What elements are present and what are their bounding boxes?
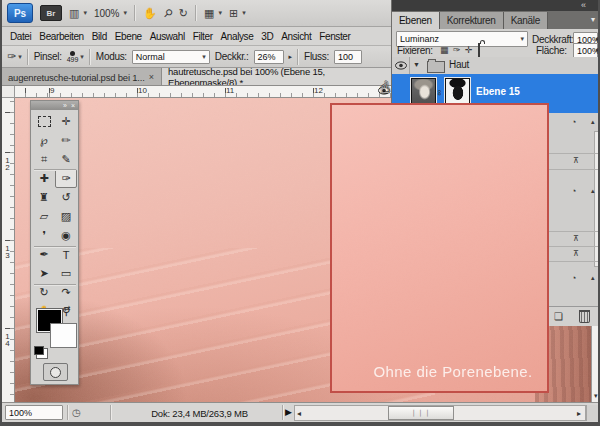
new-layer-icon[interactable]: ❏ — [554, 311, 563, 322]
menu-datei[interactable]: Datei — [10, 31, 31, 42]
brush-size-value: 499 — [67, 56, 79, 63]
chevron-down-icon[interactable]: ▾ — [242, 9, 246, 17]
brush-preset-preview[interactable]: 499 — [67, 51, 79, 63]
quick-selection-tool[interactable]: ✏ — [55, 131, 77, 150]
menu-ebene[interactable]: Ebene — [115, 31, 142, 42]
menu-analyse[interactable]: Analyse — [221, 31, 254, 42]
spinner-icon[interactable]: ▸ — [596, 46, 600, 54]
history-brush-tool[interactable]: ↺ — [55, 188, 77, 207]
document-tab-hautretusche[interactable]: hautretusche.psd bei 100% (Ebene 15, Ebe… — [162, 68, 391, 86]
dodge-tool[interactable]: ◉ — [55, 226, 77, 245]
brush-tool-selected[interactable]: ✑ — [55, 169, 77, 188]
tab-title: hautretusche.psd bei 100% (Ebene 15, Ebe… — [168, 68, 385, 86]
collapse-icon[interactable]: » — [63, 102, 67, 109]
crop-tool[interactable]: ⌗ — [33, 150, 55, 169]
blend-mode-label: Modus: — [96, 51, 127, 62]
lasso-tool[interactable]: ℘ — [33, 131, 55, 150]
layer-name[interactable]: Ebene 15 — [476, 86, 520, 97]
lock-transparency-icon[interactable]: ▦ — [440, 45, 449, 55]
menu-3d[interactable]: 3D — [261, 31, 273, 42]
flaeche-input[interactable]: 100% — [573, 43, 598, 58]
sync-status-icon: ◷ — [72, 407, 81, 418]
zoom-level-value: 100% — [9, 408, 32, 418]
document-tab-augenretusche[interactable]: augenretusche-tutorial.psd bei 1... × — [2, 68, 162, 86]
scroll-down-icon[interactable]: ▾ — [594, 392, 598, 400]
photoshop-window: 9 10 11 12 12 13 14 Ps Br ▥ ▾ 100% ▾ ✋ ⚲… — [0, 0, 600, 426]
tool-grid: ✛ ℘ ✏ ⌗ ✎ ✚ ✑ ♜ ↺ ▱ ▨ ❜ ◉ ✒ T ➤ ▭ ↻ ↷ ✋ … — [33, 112, 77, 321]
tab-kanaele[interactable]: Kanäle — [504, 12, 548, 29]
collapse-effects-icon[interactable]: ▴ — [591, 187, 595, 195]
layer-group-row-haut[interactable]: ▼ Haut — [392, 57, 600, 74]
move-tool[interactable]: ✛ — [55, 112, 77, 131]
gradient-tool[interactable]: ▨ — [55, 207, 77, 226]
collapse-effects-icon[interactable]: ▴ — [591, 118, 595, 126]
chevron-down-icon[interactable]: ▾ — [18, 53, 22, 61]
group-name[interactable]: Haut — [449, 59, 469, 70]
swap-colors-icon[interactable]: ⇄ — [64, 304, 71, 313]
menu-bild[interactable]: Bild — [92, 31, 107, 42]
menu-auswahl[interactable]: Auswahl — [150, 31, 185, 42]
photoshop-logo: Ps — [7, 3, 33, 23]
brush-tool-icon[interactable]: ✑ — [7, 50, 16, 63]
divider — [110, 405, 112, 420]
tab-korrekturen[interactable]: Korrekturen — [440, 12, 504, 29]
zoom-level-value[interactable]: 100% — [94, 8, 120, 19]
vertical-scrollbar[interactable]: ▾ — [591, 326, 600, 402]
scroll-right-icon[interactable]: ▸ — [577, 409, 581, 418]
opacity-input[interactable]: 26% — [254, 50, 284, 64]
collapse-panels-icon[interactable]: « — [581, 1, 586, 10]
tab-ebenen[interactable]: Ebenen — [392, 12, 440, 29]
view-extras-icon[interactable]: ▥ — [69, 7, 79, 20]
menu-filter[interactable]: Filter — [193, 31, 213, 42]
eyedropper-tool[interactable]: ✎ — [55, 150, 77, 169]
background-color-swatch[interactable] — [50, 323, 77, 348]
clone-stamp-tool[interactable]: ♜ — [33, 188, 55, 207]
chevron-down-icon[interactable]: ▾ — [218, 9, 222, 17]
lock-position-icon[interactable]: ✛ — [465, 45, 473, 55]
lock-pixels-icon[interactable]: ✑ — [453, 45, 461, 55]
default-colors-icon[interactable] — [34, 346, 44, 355]
tools-panel-header[interactable]: » × — [31, 101, 78, 110]
blend-mode-select[interactable]: Normal ▾ — [132, 50, 210, 64]
chevron-down-icon: ▾ — [202, 53, 206, 61]
rotate-view-icon[interactable]: ↻ — [179, 7, 188, 20]
bridge-button[interactable]: Br — [40, 5, 62, 21]
scroll-left-icon[interactable]: ◂ — [297, 409, 301, 418]
divider — [67, 405, 69, 420]
application-bar: Ps Br ▥ ▾ 100% ▾ ✋ ⚲ ↻ ▦ ▾ ⊞ ▾ — [2, 0, 394, 27]
scrollbar-thumb[interactable]: ❘❘❘ — [388, 406, 454, 420]
rectangular-marquee-tool[interactable] — [33, 112, 55, 131]
delete-layer-icon[interactable] — [579, 310, 590, 323]
eraser-tool[interactable]: ▱ — [33, 207, 55, 226]
effects-row-icon: ⊼ — [573, 249, 579, 258]
status-options-arrow-icon[interactable]: ▶ — [285, 407, 292, 417]
hand-tool-icon[interactable]: ✋ — [143, 7, 157, 20]
menu-bearbeiten[interactable]: Bearbeiten — [39, 31, 83, 42]
menu-fenster[interactable]: Fenster — [319, 31, 350, 42]
blur-tool[interactable]: ❜ — [33, 226, 55, 245]
chevron-down-icon[interactable]: ▾ — [124, 9, 128, 17]
close-icon[interactable]: × — [71, 102, 75, 109]
close-icon[interactable]: × — [149, 72, 154, 82]
shape-tool[interactable]: ▭ — [55, 264, 77, 283]
arrange-documents-icon[interactable]: ▦ — [204, 7, 214, 20]
quick-mask-button[interactable] — [43, 363, 68, 381]
collapse-effects-icon[interactable]: ▴ — [591, 274, 595, 282]
zoom-tool-icon[interactable]: ⚲ — [160, 6, 175, 21]
chevron-down-icon[interactable]: ▾ — [83, 9, 87, 17]
path-selection-tool[interactable]: ➤ — [33, 264, 55, 283]
divider — [89, 49, 91, 65]
spinner-icon[interactable]: ▸ — [596, 35, 600, 43]
eye-icon[interactable] — [395, 61, 407, 70]
flaeche-label: Fläche: — [536, 45, 567, 56]
menu-ansicht[interactable]: Ansicht — [281, 31, 311, 42]
spinner-icon[interactable]: ▸ — [289, 53, 293, 61]
flow-input[interactable]: 100 — [334, 50, 362, 64]
expand-triangle-icon[interactable]: ▼ — [413, 61, 420, 68]
screen-mode-icon[interactable]: ⊞ — [229, 7, 238, 20]
healing-brush-tool[interactable]: ✚ — [33, 169, 55, 188]
adjustment-badge-icon: ◔ — [571, 117, 576, 127]
zoom-level-input[interactable]: 100% — [5, 405, 63, 420]
chevron-down-icon[interactable]: ▾ — [80, 53, 84, 61]
panel-menu-icon[interactable]: ▾ — [591, 15, 595, 24]
